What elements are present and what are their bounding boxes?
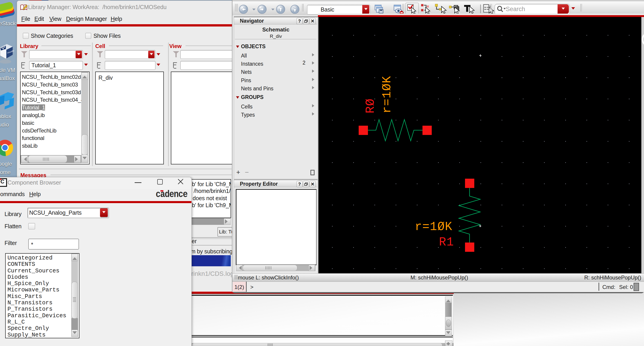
svg-text:RØ: RØ bbox=[364, 98, 378, 113]
svg-text:R1: R1 bbox=[439, 235, 454, 249]
svg-text:r=1ØK: r=1ØK bbox=[415, 220, 452, 234]
svg-text:r=1ØK: r=1ØK bbox=[380, 76, 394, 113]
